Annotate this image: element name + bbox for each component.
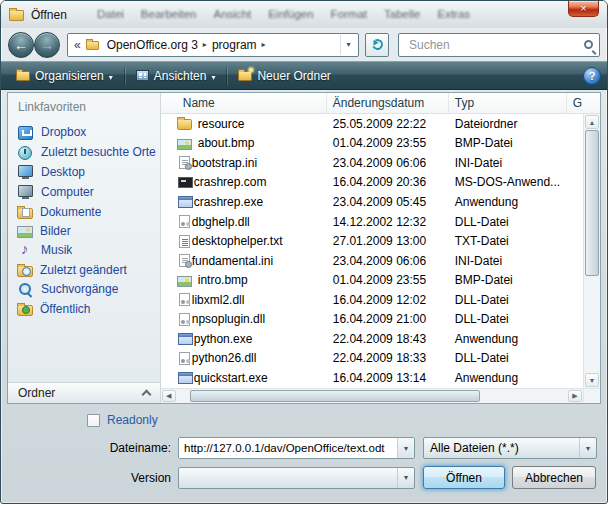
- filetype-select[interactable]: Alle Dateien (*.*): [423, 437, 597, 459]
- table-row[interactable]: fundamental.ini23.04.2009 06:06INI-Datei: [161, 251, 583, 271]
- table-row[interactable]: resource25.05.2009 22:22Dateiordner: [161, 114, 583, 134]
- file-name-cell: intro.bmp: [161, 273, 327, 287]
- version-select[interactable]: [178, 467, 415, 489]
- table-row[interactable]: npsoplugin.dll16.04.2009 21:00DLL-Datei: [161, 309, 583, 329]
- sidebar-item-documents[interactable]: Dokumente: [8, 202, 160, 221]
- scroll-left-arrow-icon[interactable]: [162, 390, 176, 402]
- file-type: Anwendung: [449, 371, 567, 385]
- filename-input[interactable]: [179, 438, 397, 458]
- horizontal-scroll-track[interactable]: [480, 389, 567, 403]
- file-name-cell: npsoplugin.dll: [161, 312, 327, 326]
- documents-icon: [17, 208, 33, 219]
- table-row[interactable]: python26.dll22.04.2009 18:33DLL-Datei: [161, 349, 583, 369]
- table-row[interactable]: quickstart.exe16.04.2009 13:14Anwendung: [161, 368, 583, 388]
- version-dropdown-button[interactable]: [397, 468, 414, 488]
- column-header-2[interactable]: Typ: [449, 93, 567, 113]
- filename-combobox[interactable]: [178, 437, 415, 459]
- scroll-up-arrow-icon[interactable]: [585, 115, 599, 129]
- pictures-icon: [17, 226, 33, 238]
- dll-icon: [179, 293, 190, 306]
- scroll-down-arrow-icon[interactable]: [585, 373, 599, 387]
- file-type: TXT-Datei: [449, 234, 567, 248]
- search-input[interactable]: [407, 37, 580, 53]
- back-button[interactable]: ←: [8, 32, 34, 58]
- file-type: Anwendung: [449, 195, 567, 209]
- sidebar-item-desktop[interactable]: Desktop: [8, 162, 160, 182]
- column-header-0[interactable]: Name: [161, 93, 327, 113]
- vertical-scroll-track[interactable]: [584, 276, 600, 372]
- new-folder-label: Neuer Ordner: [257, 69, 330, 83]
- table-row[interactable]: crashrep.exe23.04.2009 05:45Anwendung: [161, 192, 583, 212]
- version-label: Version: [8, 471, 178, 485]
- breadcrumb-separator-icon[interactable]: ▸: [260, 40, 268, 49]
- sidebar-item-dropbox[interactable]: Dropbox: [8, 122, 160, 142]
- address-bar[interactable]: « OpenOffice.org 3▸program▸ ▾: [67, 33, 359, 57]
- views-button[interactable]: Ansichten: [127, 66, 225, 86]
- scroll-right-arrow-icon[interactable]: [568, 390, 582, 402]
- open-button[interactable]: Öffnen: [423, 466, 505, 489]
- breadcrumb-item[interactable]: program: [209, 38, 260, 52]
- column-header-1[interactable]: Änderungsdatum: [327, 93, 449, 113]
- filetype-dropdown-button[interactable]: [579, 438, 596, 458]
- forward-button[interactable]: →: [34, 32, 60, 58]
- search-box[interactable]: [398, 33, 600, 57]
- breadcrumb-separator-icon[interactable]: ▸: [201, 40, 209, 49]
- new-folder-button[interactable]: Neuer Ordner: [229, 66, 339, 86]
- readonly-checkbox[interactable]: [87, 414, 100, 427]
- command-toolbar: Organisieren Ansichten Neuer Ordner ?: [1, 61, 607, 90]
- vertical-scroll-thumb[interactable]: [585, 130, 599, 276]
- sidebar-item-label: Desktop: [41, 165, 85, 179]
- vertical-scrollbar[interactable]: [583, 114, 600, 388]
- folders-expander[interactable]: Ordner: [8, 382, 160, 403]
- dropbox-icon: [17, 125, 34, 140]
- favorites-header: Linkfavoriten: [8, 93, 160, 122]
- navigation-bar: ← → « OpenOffice.org 3▸program▸ ▾: [1, 28, 607, 61]
- file-modified-date: 16.04.2009 20:36: [327, 175, 449, 189]
- sidebar-item-recent[interactable]: Zuletzt besuchte Orte: [8, 142, 160, 162]
- toolbar-separator: [124, 67, 125, 85]
- table-row[interactable]: dbghelp.dll14.12.2002 12:32DLL-Datei: [161, 212, 583, 232]
- column-header-3[interactable]: G: [567, 93, 600, 113]
- sidebar-item-music[interactable]: Musik: [8, 240, 160, 260]
- ini-icon: [179, 156, 190, 169]
- sidebar-item-computer[interactable]: Computer: [8, 182, 160, 202]
- horizontal-scroll-thumb[interactable]: [190, 390, 480, 402]
- file-name-cell: resource: [161, 117, 327, 131]
- toolbar-separator: [226, 67, 227, 85]
- file-list-rows: resource25.05.2009 22:22Dateiordnerabout…: [161, 114, 583, 388]
- file-name: bootstrap.ini: [192, 156, 257, 170]
- sidebar-list: DropboxZuletzt besuchte OrteDesktopCompu…: [8, 122, 160, 318]
- breadcrumb-item[interactable]: OpenOffice.org 3: [104, 38, 201, 52]
- address-dropdown-button[interactable]: ▾: [340, 35, 356, 55]
- file-name: desktophelper.txt: [192, 234, 283, 248]
- file-name-cell: bootstrap.ini: [161, 156, 327, 170]
- table-row[interactable]: libxml2.dll16.04.2009 12:02DLL-Datei: [161, 290, 583, 310]
- file-modified-date: 22.04.2009 18:33: [327, 351, 449, 365]
- table-row[interactable]: crashrep.com16.04.2009 20:36MS-DOS-Anwen…: [161, 173, 583, 193]
- table-row[interactable]: python.exe22.04.2009 18:43Anwendung: [161, 329, 583, 349]
- sidebar-item-pictures[interactable]: Bilder: [8, 221, 160, 240]
- sidebar-item-label: Computer: [41, 185, 94, 199]
- help-button[interactable]: ?: [583, 67, 601, 85]
- sidebar-item-public[interactable]: Öffentlich: [8, 299, 160, 318]
- refresh-button[interactable]: [365, 33, 389, 57]
- table-row[interactable]: about.bmp01.04.2009 23:55BMP-Datei: [161, 134, 583, 154]
- file-name-cell: python.exe: [161, 332, 327, 346]
- search-icon[interactable]: [584, 40, 593, 49]
- file-modified-date: 25.05.2009 22:22: [327, 117, 449, 131]
- titlebar[interactable]: Öffnen DateiBearbeitenAnsichtEinfügenFor…: [1, 1, 607, 28]
- sidebar-item-search[interactable]: Suchvorgänge: [8, 279, 160, 299]
- table-row[interactable]: intro.bmp01.04.2009 23:55BMP-Datei: [161, 270, 583, 290]
- cancel-button[interactable]: Abbrechen: [512, 466, 596, 489]
- horizontal-scrollbar[interactable]: [161, 388, 600, 403]
- filename-dropdown-button[interactable]: [397, 438, 414, 458]
- table-row[interactable]: desktophelper.txt27.01.2009 13:00TXT-Dat…: [161, 231, 583, 251]
- organize-button[interactable]: Organisieren: [7, 66, 122, 86]
- close-button[interactable]: ×: [568, 1, 599, 17]
- file-modified-date: 22.04.2009 18:43: [327, 332, 449, 346]
- file-modified-date: 01.04.2009 23:55: [327, 273, 449, 287]
- breadcrumb-overflow-chevron[interactable]: «: [74, 38, 81, 52]
- file-modified-date: 27.01.2009 13:00: [327, 234, 449, 248]
- table-row[interactable]: bootstrap.ini23.04.2009 06:06INI-Datei: [161, 153, 583, 173]
- sidebar-item-recentmod[interactable]: Zuletzt geändert: [8, 260, 160, 279]
